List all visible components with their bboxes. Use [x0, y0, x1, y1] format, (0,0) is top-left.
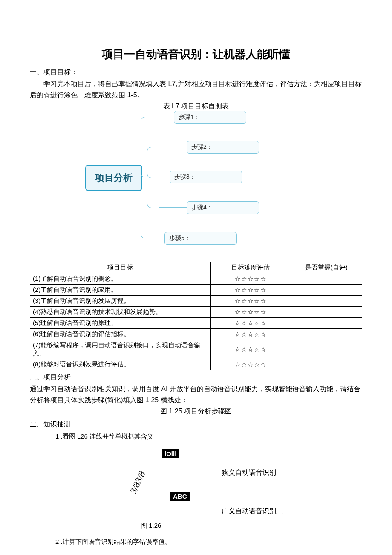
page-title: 项目一自动语音识别：让机器人能听懂: [30, 47, 362, 62]
fig126-caption: 图 1.26: [141, 522, 161, 530]
section3-heading: 二、知识抽测: [30, 420, 362, 429]
table-row: (5)理解自动语音识别的原理。☆☆☆☆☆: [30, 318, 362, 329]
mindmap-connector: [157, 117, 174, 117]
table-row: (8)能够对语音识别效果进行评估。☆☆☆☆☆: [30, 359, 362, 370]
col-selfcheck-header: 是否掌握(自评): [291, 262, 362, 273]
table-row: (3)了解自动语音识别的发展历程。☆☆☆☆☆: [30, 296, 362, 307]
stars-cell: ☆☆☆☆☆: [210, 359, 291, 370]
selfcheck-cell: [291, 285, 362, 296]
question1-diagram: lOlll 3/83/8 ABC 狭义自动语音识别 广义自动语音识别二 图 1.…: [85, 445, 324, 535]
goal-cell: (3)了解自动语音识别的发展历程。: [30, 296, 211, 307]
goal-cell: (1)了解自动语音识别的概念。: [30, 273, 211, 285]
col-difficulty-header: 目标难度评估: [210, 262, 291, 273]
selfcheck-cell: [291, 340, 362, 359]
mindmap-step3: 步骤3：: [170, 171, 242, 183]
table-row: (2)了解自动语音识别的应用。☆☆☆☆☆: [30, 285, 362, 296]
stars-cell: ☆☆☆☆☆: [210, 329, 291, 340]
section1-paragraph: 学习完本项目后，将自己掌握情况填入表 L7,并对相应项目目标进行难度评估，评估方…: [30, 78, 362, 100]
goals-table: 项目目标 目标难度评估 是否掌握(自评) (1)了解自动语音识别的概念。☆☆☆☆…: [30, 262, 362, 370]
table-header-row: 项目目标 目标难度评估 是否掌握(自评): [30, 262, 362, 273]
selfcheck-cell: [291, 307, 362, 318]
col-goal-header: 项目目标: [30, 262, 211, 273]
mindmap-step1: 步骤1：: [174, 111, 246, 124]
goal-cell: (2)了解自动语音识别的应用。: [30, 285, 211, 296]
mindmap-diagram: 项目分析 步骤1： 步骤2： 步骤3： 步骤4： 步骤5：: [81, 113, 311, 259]
fig125-caption: 图 1.25 项目分析步骤图: [30, 407, 362, 416]
answer-broad: 广义自动语音识别二: [222, 507, 283, 516]
mindmap-step2: 步骤2：: [187, 141, 259, 154]
selfcheck-cell: [291, 273, 362, 285]
goal-cell: (4)熟悉自动语音识别的技术现状和发展趋势。: [30, 307, 211, 318]
stars-cell: ☆☆☆☆☆: [210, 340, 291, 359]
mindmap-connector: [157, 238, 164, 238]
table-row: (6)理解自动语音识别的评估指标。☆☆☆☆☆: [30, 329, 362, 340]
stars-cell: ☆☆☆☆☆: [210, 307, 291, 318]
selfcheck-cell: [291, 318, 362, 329]
mindmap-step4: 步骤4：: [187, 201, 259, 214]
mindmap-connector: [147, 147, 160, 178]
mindmap-root: 项目分析: [85, 165, 142, 191]
black-box-1: lOlll: [162, 449, 179, 458]
section2-heading: 二、项目分析: [30, 373, 362, 382]
goal-cell: (8)能够对语音识别效果进行评估。: [30, 359, 211, 370]
mindmap-connector: [141, 177, 158, 238]
mindmap-connector: [159, 207, 187, 208]
goal-cell: (7)能够编写程序，调用自动语音识别接口，实现自动语音输入。: [30, 340, 211, 359]
table-row: (1)了解自动语音识别的概念。☆☆☆☆☆: [30, 273, 362, 285]
goal-cell: (6)理解自动语音识别的评估指标。: [30, 329, 211, 340]
table-caption: 表 L7 项目目标自测表: [30, 102, 362, 111]
mindmap-step5: 步骤5：: [164, 232, 237, 245]
stars-cell: ☆☆☆☆☆: [210, 296, 291, 307]
black-box-2: ABC: [170, 492, 190, 501]
table-row: (4)熟悉自动语音识别的技术现状和发展趋势。☆☆☆☆☆: [30, 307, 362, 318]
answer-narrow: 狭义自动语音识别: [222, 468, 276, 477]
stars-cell: ☆☆☆☆☆: [210, 285, 291, 296]
stars-cell: ☆☆☆☆☆: [210, 273, 291, 285]
stars-cell: ☆☆☆☆☆: [210, 318, 291, 329]
rotated-label: 3/83/8: [127, 469, 147, 496]
section2-paragraph: 通过学习自动语音识别相关知识，调用百度 AI 开放平台的自动语音识别能力，实现智…: [30, 384, 362, 405]
mindmap-connector: [159, 147, 187, 147]
question1: 1 .看图 L26 连线并简单概括其含义: [55, 433, 362, 441]
section1-heading: 一、项目目标：: [30, 68, 362, 77]
table-row: (7)能够编写程序，调用自动语音识别接口，实现自动语音输入。☆☆☆☆☆: [30, 340, 362, 359]
goal-cell: (5)理解自动语音识别的原理。: [30, 318, 211, 329]
selfcheck-cell: [291, 296, 362, 307]
question2: 2 .计算下面语音识别结果的字错误率值。: [55, 538, 362, 546]
selfcheck-cell: [291, 359, 362, 370]
selfcheck-cell: [291, 329, 362, 340]
